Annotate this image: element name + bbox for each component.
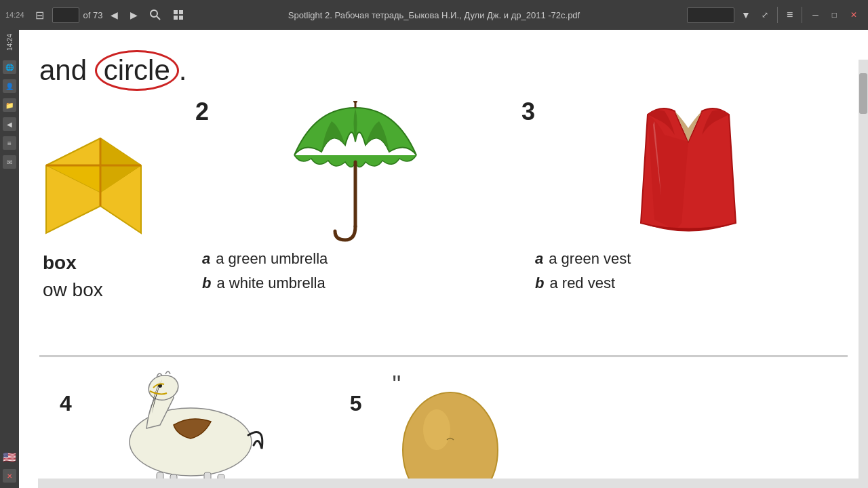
item-4-cell: 4 <box>60 364 296 486</box>
item-1-cell: box ow box <box>39 98 175 355</box>
total-pages-label: of 73 <box>83 10 103 20</box>
item-2-cell: 2 <box>175 98 515 355</box>
horizontal-scrollbar[interactable] <box>38 479 859 488</box>
thumbnail-btn[interactable]: ⊟ <box>31 6 48 24</box>
instruction-text: and circle. <box>39 43 848 91</box>
item-2-image-area <box>195 101 515 243</box>
item-5-number: 5 <box>350 391 362 416</box>
sidebar-icon-flag[interactable]: 🇺🇸 <box>3 450 16 464</box>
sidebar-icon-1[interactable]: 🌐 <box>3 60 16 74</box>
close-btn[interactable]: ✕ <box>845 7 863 22</box>
sidebar-icon-5[interactable]: ≡ <box>3 136 16 150</box>
zoom-area: 211.61% ▼ ⤢ ≡ ─ □ ✕ <box>687 6 863 24</box>
svg-point-26 <box>403 392 498 488</box>
pdf-page: and circle. box ow box <box>19 30 868 488</box>
items-row: box ow box 2 <box>39 98 848 355</box>
menu-btn[interactable]: ≡ <box>783 6 797 24</box>
circle-word: circle <box>95 50 179 91</box>
item-2-option-a: aa green umbrella <box>202 247 515 270</box>
sidebar-icon-4[interactable]: ◀ <box>3 117 16 131</box>
sidebar-icon-2[interactable]: 👤 <box>3 79 16 93</box>
zoom-down-btn[interactable]: ▼ <box>737 7 755 23</box>
svg-point-0 <box>151 10 157 17</box>
sidebar-time: 14:24 <box>6 34 14 51</box>
item-5-cell: 5 " <box>350 364 511 488</box>
item-2-option-b: ba white umbrella <box>202 271 515 295</box>
vest-image <box>620 101 756 243</box>
fit-page-btn[interactable]: ⤢ <box>757 7 772 22</box>
svg-rect-2 <box>174 10 178 14</box>
separator2 <box>802 7 802 23</box>
svg-rect-3 <box>179 10 183 14</box>
zoom-input[interactable]: 211.61% <box>687 7 734 23</box>
egg-image <box>389 386 511 488</box>
pdf-content-area: and circle. box ow box <box>19 30 868 488</box>
bottom-section: 4 <box>39 357 848 482</box>
umbrella-image <box>274 101 437 243</box>
and-text: and <box>39 54 87 86</box>
item-1-image <box>39 111 155 247</box>
item-4-number: 4 <box>60 391 72 416</box>
maximize-btn[interactable]: □ <box>827 7 842 22</box>
vertical-scrollbar[interactable] <box>859 60 868 488</box>
item-3-options: aa green vest ba red vest <box>528 247 848 294</box>
item-1-label-a: box <box>43 252 77 274</box>
sidebar-icon-3[interactable]: 📁 <box>3 98 16 112</box>
item-1-label-b: ow box <box>43 279 103 301</box>
toolbar: 14:24 ⊟ 13 of 73 ◀ ▶ Spotlight 2. Рабоча… <box>0 0 868 30</box>
sidebar-icon-close[interactable]: ✕ <box>3 469 16 483</box>
svg-line-1 <box>157 16 160 20</box>
scroll-thumb[interactable] <box>859 73 867 114</box>
next-page-btn[interactable]: ▶ <box>126 7 142 23</box>
prev-page-btn[interactable]: ◀ <box>106 7 122 23</box>
search-btn[interactable] <box>146 7 165 23</box>
period: . <box>179 54 187 86</box>
horse-image <box>85 367 296 486</box>
item-3-option-b: ba red vest <box>535 271 848 295</box>
item-2-options: aa green umbrella ba white umbrella <box>195 247 515 294</box>
page-number-input[interactable]: 13 <box>52 7 79 23</box>
item-3-option-a: aa green vest <box>535 247 848 270</box>
item-3-image-area <box>528 101 848 243</box>
tools-icon <box>173 9 184 20</box>
time-display: 14:24 <box>5 11 24 19</box>
document-title: Spotlight 2. Рабочая тетрадь_Быкова Н.И.… <box>288 10 580 20</box>
item-3-cell: 3 <box>515 98 848 355</box>
separator <box>777 7 778 23</box>
left-sidebar: 14:24 🌐 👤 📁 ◀ ≡ ✉ 🇺🇸 ✕ <box>0 30 19 488</box>
tools-btn[interactable] <box>169 7 188 23</box>
svg-rect-5 <box>179 16 183 20</box>
item-2-number: 2 <box>195 98 209 126</box>
item-3-number: 3 <box>521 98 535 126</box>
sidebar-icon-6[interactable]: ✉ <box>3 155 16 169</box>
svg-point-13 <box>353 101 357 103</box>
search-icon <box>150 9 161 20</box>
svg-point-15 <box>146 372 181 403</box>
minimize-btn[interactable]: ─ <box>807 7 824 22</box>
svg-point-27 <box>423 409 450 450</box>
svg-rect-4 <box>174 16 178 20</box>
